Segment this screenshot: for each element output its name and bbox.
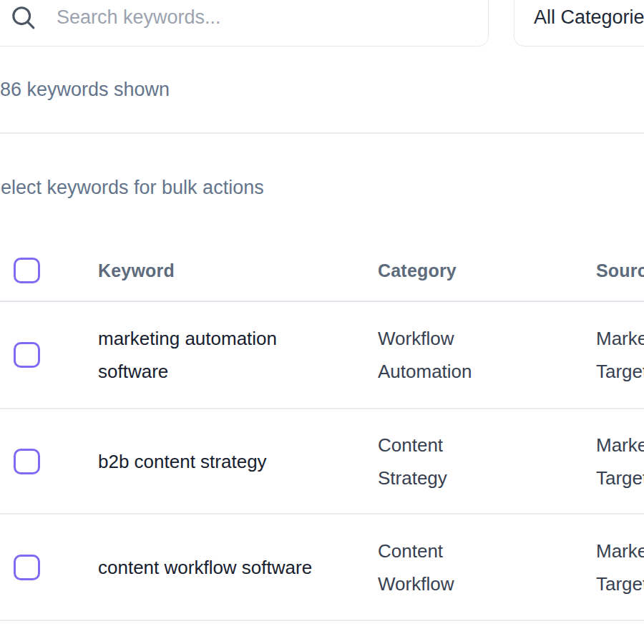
keyword-manager-page: All Categories 86 keywords shown Select …	[0, 0, 644, 644]
keyword-cell: content workflow software	[98, 551, 312, 584]
column-header-category: Category	[378, 260, 457, 281]
keyword-cell: marketing automation software	[98, 322, 334, 388]
category-cell: Content Workflow	[378, 535, 510, 600]
keywords-count: 86 keywords shown	[0, 79, 170, 101]
source-cell: Marketing Targets	[596, 429, 644, 494]
category-filter-value: All Categories	[534, 6, 644, 29]
table-row: content workflow software Content Workfl…	[0, 514, 644, 621]
category-filter-dropdown[interactable]: All Categories	[514, 0, 644, 47]
select-row-checkbox[interactable]	[14, 342, 40, 368]
column-header-source: Source	[596, 260, 644, 281]
source-cell: Marketing Targets	[596, 322, 644, 388]
table-row: marketing automation software Workflow A…	[0, 302, 644, 409]
table-row: b2b content strategy Content Strategy Ma…	[0, 409, 644, 514]
search-icon	[10, 4, 36, 31]
section-divider	[0, 132, 644, 134]
select-all-checkbox[interactable]	[14, 258, 40, 283]
select-row-checkbox[interactable]	[14, 449, 40, 474]
search-input[interactable]	[57, 6, 429, 29]
table-header-row: Keyword Category Source	[0, 240, 644, 302]
category-cell: Workflow Automation	[378, 322, 510, 388]
select-row-checkbox[interactable]	[14, 555, 40, 580]
keyword-cell: b2b content strategy	[98, 445, 267, 478]
search-box	[0, 0, 489, 47]
bulk-actions-hint: Select keywords for bulk actions	[0, 177, 264, 199]
category-cell: Content Strategy	[378, 429, 510, 494]
column-header-keyword: Keyword	[98, 260, 175, 281]
keywords-table: Keyword Category Source marketing automa…	[0, 240, 644, 621]
source-cell: Marketing Targets	[596, 535, 644, 600]
